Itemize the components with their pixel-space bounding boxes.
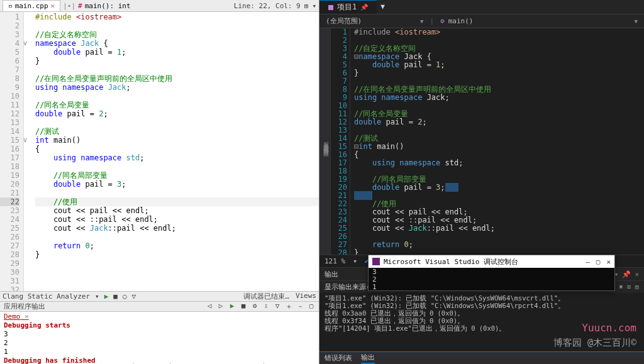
debug-output[interactable]: Debugging starts321Debugging has finishe… (0, 321, 319, 364)
status-line-col: Line: 22, Col: 9 ⊞ ▾ (234, 2, 316, 10)
left-tab-bar: ▫ main.cpp × |•| # main(): int Line: 22,… (0, 0, 319, 12)
next-icon[interactable]: ▷ (217, 302, 225, 311)
output-title: 应用程序输出 (4, 302, 45, 311)
vs-file-icon (328, 5, 333, 10)
close-demo-icon[interactable]: × (25, 312, 29, 321)
demo-tab[interactable]: Demo × (0, 311, 319, 321)
vs-nav-bar: (全局范围)▼ | ⚙main()▼ (319, 14, 644, 28)
tab-marker: |•| (63, 2, 75, 10)
close-output-icon[interactable]: ▢ (308, 302, 315, 311)
console-title: Microsoft Visual Studio 调试控制台 (384, 257, 518, 267)
zoom-level[interactable]: 121 % (325, 257, 345, 265)
play-icon[interactable]: ▶ (104, 292, 109, 301)
vs-file-tab[interactable]: 项目1 📌 (319, 0, 377, 14)
analyzer-dropdown-icon[interactable]: ▾ (95, 292, 99, 301)
output-close-icon[interactable]: × (635, 270, 639, 279)
vs-gutter[interactable]: 1234567891011121314151617181920212223242… (331, 28, 350, 255)
zoom-in-icon[interactable]: ＋ (285, 302, 292, 311)
function-indicator[interactable]: main(): int (85, 2, 131, 10)
maximize-icon[interactable]: ▢ (596, 258, 601, 266)
vs-code[interactable]: #include <iostream>//自定义名称空间⊟namespace J… (350, 28, 644, 255)
close-window-icon[interactable]: ✕ (606, 258, 611, 266)
close-tab-icon[interactable]: × (51, 2, 55, 10)
run-icon[interactable]: ▶ (228, 302, 236, 311)
anchor-icon[interactable]: ⇩ (262, 302, 270, 311)
vs-editor[interactable]: 服务器资源管理器 1234567891011121314151617181920… (319, 28, 644, 255)
debug-console-window[interactable]: Microsoft Visual Studio 调试控制台 — ▢ ✕ 321 (368, 255, 615, 291)
analyzer-label[interactable]: Clang Static Analyzer (3, 292, 90, 301)
watermark-cnblogs: 博客园 @木三百川© (553, 337, 636, 349)
output-tab[interactable]: 输出 (361, 353, 375, 364)
left-editor[interactable]: 123v4567891011121314v1516171819202122232… (0, 12, 319, 291)
vs-tab-bar: 项目1 📌 ▼ (319, 0, 644, 14)
pin-icon[interactable]: 📌 (360, 4, 368, 11)
zoom-dropdown-icon[interactable]: ▾ (353, 257, 357, 265)
server-explorer-tab[interactable]: 服务器资源管理器 (319, 28, 331, 255)
file-tab-label: main.cpp (15, 2, 48, 10)
vs-tab-label: 项目1 (337, 2, 357, 13)
watermark-yuucn: Yuucn.com (582, 322, 636, 334)
console-output[interactable]: 321 (369, 268, 614, 292)
hash-icon: # (78, 2, 82, 10)
split-view-icon[interactable]: ⊞ (304, 2, 309, 10)
stop-output-icon[interactable]: ■ (240, 302, 247, 311)
console-titlebar[interactable]: Microsoft Visual Studio 调试控制台 — ▢ ✕ (369, 255, 614, 268)
vs-logo-icon (372, 258, 380, 265)
record-icon[interactable]: ○ (123, 292, 127, 301)
debugger-end-label: 调试器已结束… (243, 292, 289, 301)
analyzer-bar: Clang Static Analyzer ▾ ▶ ■ ○ ▽ 调试器已结束… … (0, 291, 319, 301)
qt-creator-pane: ▫ main.cpp × |•| # main(): int Line: 22,… (0, 0, 319, 364)
filter-icon[interactable]: ▽ (132, 292, 136, 301)
output-header: 应用程序输出 ◁ ▷ ▶ ■ ⚙ ⇩ ▽ ＋ － ▢ (0, 301, 319, 311)
nav-scope[interactable]: (全局范围)▼ (319, 16, 430, 26)
attach-icon[interactable]: ⚙ (251, 302, 258, 311)
more-icon[interactable]: ▾ (312, 2, 316, 10)
zoom-out-icon[interactable]: － (296, 302, 304, 311)
file-icon: ▫ (8, 2, 13, 10)
stop-icon[interactable]: ■ (113, 292, 118, 301)
toggle-icon[interactable]: ⊞ (635, 283, 639, 291)
output-panel-title: 输出 (325, 270, 338, 279)
clear-icon[interactable]: ✖ (619, 283, 623, 291)
errorlist-tab[interactable]: 错误列表 (325, 353, 352, 363)
views-button[interactable]: Views (296, 292, 316, 301)
wrap-icon[interactable]: ≡ (627, 283, 631, 291)
nav-func[interactable]: ⚙main()▼ (434, 17, 644, 25)
left-code[interactable]: #include <iostream>//自定义名称空间namespace Ja… (24, 12, 319, 291)
filter-output-icon[interactable]: ▽ (274, 302, 281, 311)
prev-icon[interactable]: ◁ (206, 302, 213, 311)
vs-bottom-tabs: 错误列表 输出 (319, 351, 644, 364)
tab-dropdown-icon[interactable]: ▼ (377, 0, 389, 14)
visual-studio-pane: 项目1 📌 ▼ (全局范围)▼ | ⚙main()▼ 服务器资源管理器 1234… (319, 0, 644, 364)
output-pin-icon[interactable]: 📌 (622, 270, 631, 279)
file-tab-main-cpp[interactable]: ▫ main.cpp × (3, 0, 60, 11)
minimize-icon[interactable]: — (586, 258, 590, 266)
left-gutter[interactable]: 123v4567891011121314v1516171819202122232… (0, 12, 24, 291)
